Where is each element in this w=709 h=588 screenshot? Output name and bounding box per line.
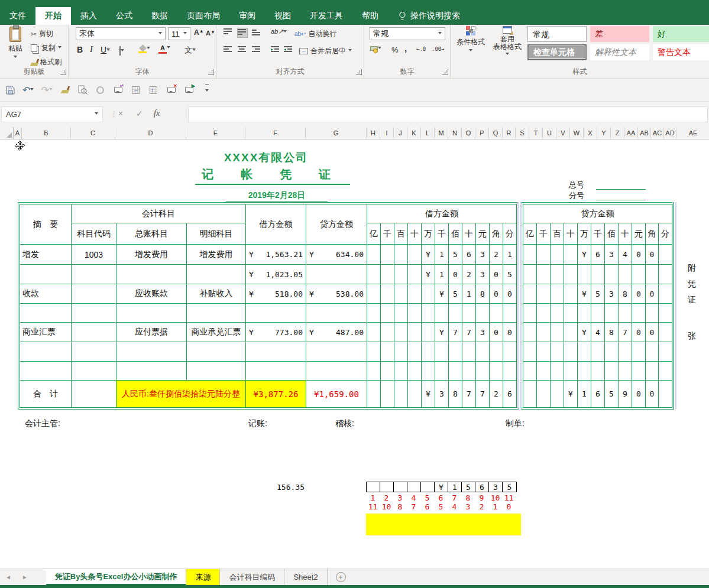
menu-tab-开发工具[interactable]: 开发工具 bbox=[300, 7, 352, 25]
credit-digit[interactable]: 8 bbox=[605, 323, 619, 342]
col-header-Q[interactable]: Q bbox=[489, 127, 503, 139]
cell-detail[interactable] bbox=[187, 362, 246, 381]
cell-code[interactable] bbox=[72, 342, 116, 362]
debit-digit[interactable] bbox=[435, 342, 449, 362]
credit-digit[interactable]: 3 bbox=[605, 245, 619, 265]
increase-decimal-button[interactable]: ←.0 bbox=[416, 46, 426, 52]
col-header-E[interactable]: E bbox=[186, 127, 245, 139]
total-credit-digit[interactable]: 5 bbox=[605, 381, 619, 407]
debit-digit[interactable] bbox=[408, 284, 422, 304]
menu-tab-文件[interactable]: 文件 bbox=[0, 7, 35, 25]
debit-digit[interactable]: 6 bbox=[462, 245, 476, 265]
menu-tab-视图[interactable]: 视图 bbox=[265, 7, 300, 25]
col-header-G[interactable]: G bbox=[306, 127, 367, 139]
column-width-button[interactable]: ↕ bbox=[148, 84, 159, 96]
underline-button[interactable]: U bbox=[101, 45, 110, 54]
debit-digit[interactable]: 2 bbox=[462, 265, 476, 284]
credit-digit[interactable] bbox=[537, 265, 551, 284]
new-sheet-button[interactable]: + bbox=[336, 569, 346, 585]
cell-detail[interactable]: 商业承兑汇票 bbox=[187, 323, 246, 342]
credit-digit[interactable] bbox=[564, 245, 578, 265]
unit-10[interactable]: 分 bbox=[503, 223, 516, 245]
unit-0[interactable]: 亿 bbox=[367, 223, 381, 245]
font-size-combo[interactable]: 11 bbox=[168, 27, 190, 40]
credit-unit-2[interactable]: 百 bbox=[551, 223, 564, 245]
credit-digit[interactable] bbox=[523, 342, 537, 362]
box-cell[interactable] bbox=[394, 482, 407, 492]
credit-digit[interactable]: 0 bbox=[632, 245, 646, 265]
cell[interactable] bbox=[72, 381, 116, 407]
credit-digit[interactable] bbox=[605, 265, 619, 284]
debit-digit[interactable] bbox=[367, 323, 381, 342]
cell-debit[interactable]: ¥1,563.21 bbox=[246, 245, 306, 265]
header-credit-grid[interactable]: 贷方金额 bbox=[523, 204, 672, 223]
debit-digit[interactable]: 1 bbox=[503, 245, 516, 265]
align-middle-button[interactable] bbox=[238, 28, 247, 37]
menu-tab-数据[interactable]: 数据 bbox=[142, 7, 177, 25]
cell-detail[interactable] bbox=[187, 342, 246, 362]
cell-code[interactable] bbox=[72, 304, 116, 323]
debit-digit[interactable] bbox=[408, 342, 422, 362]
debit-digit[interactable]: 1 bbox=[435, 265, 449, 284]
col-header-S[interactable]: S bbox=[516, 127, 529, 139]
credit-digit[interactable] bbox=[564, 342, 578, 362]
credit-digit[interactable] bbox=[578, 265, 591, 284]
decrease-indent-button[interactable] bbox=[271, 46, 280, 55]
credit-digit[interactable] bbox=[551, 245, 564, 265]
debit-digit[interactable] bbox=[408, 245, 422, 265]
header-code[interactable]: 科目代码 bbox=[72, 223, 116, 245]
total-cn-amount[interactable]: 人民币:叁仟捌佰柒拾柒元陆分整 bbox=[116, 381, 246, 407]
credit-digit[interactable] bbox=[564, 284, 578, 304]
cell-credit[interactable] bbox=[306, 362, 367, 381]
debit-digit[interactable] bbox=[490, 342, 503, 362]
col-header-AA[interactable]: AA bbox=[624, 127, 638, 139]
debit-digit[interactable]: 0 bbox=[449, 265, 462, 284]
credit-digit[interactable]: ¥ bbox=[578, 245, 591, 265]
debit-digit[interactable] bbox=[490, 362, 503, 381]
format-painter-button[interactable]: 格式刷 bbox=[31, 57, 61, 67]
total-credit-digit[interactable]: 0 bbox=[632, 381, 646, 407]
debit-digit[interactable] bbox=[476, 304, 490, 323]
number-format-combo[interactable]: 常规 bbox=[370, 27, 445, 40]
debit-digit[interactable]: 0 bbox=[490, 323, 503, 342]
debit-digit[interactable] bbox=[462, 342, 476, 362]
debit-digit[interactable]: 7 bbox=[462, 323, 476, 342]
total-debit-digit[interactable]: 7 bbox=[462, 381, 476, 407]
cell-general[interactable] bbox=[116, 265, 187, 284]
cell-debit[interactable]: ¥518.00 bbox=[246, 284, 306, 304]
enter-button[interactable]: ✓ bbox=[136, 109, 143, 118]
credit-digit[interactable] bbox=[619, 362, 632, 381]
debit-digit[interactable] bbox=[381, 245, 394, 265]
box-cell[interactable]: 1 bbox=[448, 482, 462, 492]
total-debit-digit[interactable]: 8 bbox=[449, 381, 462, 407]
credit-digit[interactable] bbox=[646, 265, 659, 284]
debit-digit[interactable] bbox=[435, 304, 449, 323]
debit-digit[interactable] bbox=[503, 304, 516, 323]
credit-digit[interactable] bbox=[537, 245, 551, 265]
debit-digit[interactable] bbox=[381, 362, 394, 381]
debit-digit[interactable]: 3 bbox=[476, 245, 490, 265]
credit-unit-9[interactable]: 角 bbox=[646, 223, 659, 245]
debit-digit[interactable]: 5 bbox=[503, 265, 516, 284]
grow-font-button[interactable]: A▲ bbox=[194, 28, 204, 37]
cell-general[interactable]: 应付票据 bbox=[116, 323, 187, 342]
credit-unit-4[interactable]: 万 bbox=[578, 223, 591, 245]
cell-summary[interactable] bbox=[20, 362, 72, 381]
debit-digit[interactable] bbox=[476, 362, 490, 381]
credit-digit[interactable]: ¥ bbox=[578, 323, 591, 342]
debit-digit[interactable] bbox=[394, 245, 408, 265]
box-cell[interactable] bbox=[421, 482, 435, 492]
debit-digit[interactable] bbox=[408, 304, 422, 323]
debit-digit[interactable] bbox=[449, 362, 462, 381]
debit-digit[interactable] bbox=[435, 362, 449, 381]
bold-button[interactable]: B bbox=[77, 45, 83, 54]
credit-digit[interactable]: 3 bbox=[605, 284, 619, 304]
box-cell[interactable]: 5 bbox=[503, 482, 516, 492]
credit-digit[interactable]: 8 bbox=[619, 284, 632, 304]
clipboard-dialog-launcher[interactable] bbox=[60, 69, 66, 75]
credit-digit[interactable] bbox=[591, 342, 605, 362]
total-credit-digit[interactable]: 0 bbox=[646, 381, 659, 407]
debit-digit[interactable] bbox=[367, 284, 381, 304]
percent-style-button[interactable]: % bbox=[391, 46, 399, 54]
debit-digit[interactable]: 0 bbox=[503, 323, 516, 342]
